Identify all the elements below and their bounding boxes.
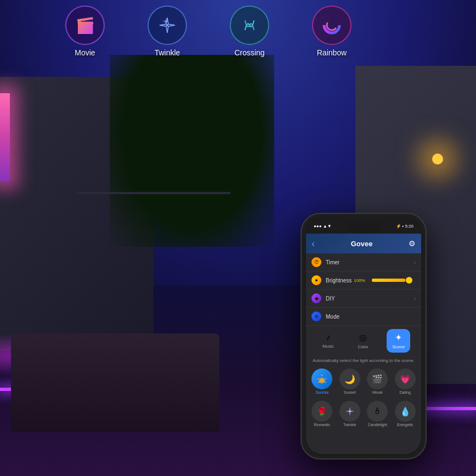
- rainbow-icon-circle: [312, 5, 352, 45]
- twinkle-label: Twinkle: [155, 48, 180, 57]
- nav-title: Govee: [351, 240, 373, 248]
- nav-settings-button[interactable]: ⚙: [409, 239, 416, 248]
- timer-chevron-icon: ›: [414, 259, 416, 265]
- scene-sunset[interactable]: 🌙 Sunset: [337, 369, 363, 394]
- tab-scene[interactable]: ✦ Scene: [387, 329, 410, 353]
- status-time-battery: ⚡ ▪ 5:20: [396, 224, 413, 229]
- dating-icon: 💗: [395, 369, 416, 389]
- crossing-label: Crossing: [234, 48, 264, 57]
- icon-item-crossing[interactable]: Crossing: [230, 5, 269, 57]
- twinkle-scene-icon: [339, 401, 360, 422]
- rainbow-label: Rainbow: [317, 48, 347, 57]
- scene-movie-icon: 🎬: [367, 369, 388, 389]
- color-tab-label: Color: [358, 344, 369, 349]
- music-tab-icon: ♪: [326, 332, 330, 342]
- music-tab-label: Music: [322, 344, 334, 349]
- phone-wrapper: ●●● ▲▼ ⚡ ▪ 5:20 ‹ Govee ⚙ ⏱ Timer: [301, 213, 427, 460]
- sunset-label: Sunset: [344, 390, 356, 394]
- nav-bar: ‹ Govee ⚙: [306, 234, 421, 253]
- brightness-slider[interactable]: [369, 279, 412, 282]
- energetic-label: Energetic: [397, 423, 413, 427]
- mode-menu-item[interactable]: ≡ Mode: [306, 308, 421, 326]
- scene-sunrise[interactable]: Sunrise: [309, 369, 335, 394]
- scene-candlelight[interactable]: 🕯 Candlelight: [365, 401, 390, 427]
- icon-item-rainbow[interactable]: Rainbow: [312, 5, 352, 57]
- movie-icon-circle: 🎬: [65, 5, 105, 45]
- status-signal: ●●● ▲▼: [314, 224, 332, 229]
- diy-label: DIY: [326, 296, 414, 302]
- color-tab-icon: ◎: [359, 332, 367, 343]
- nav-back-button[interactable]: ‹: [311, 238, 315, 250]
- mode-tabs: ♪ Music ◎ Color ✦ Scene: [306, 326, 421, 356]
- icon-item-movie[interactable]: 🎬 Movie: [65, 5, 105, 57]
- icon-item-twinkle[interactable]: Twinkle: [148, 5, 187, 57]
- wall-light-right: [432, 154, 443, 165]
- mode-label: Mode: [326, 314, 416, 320]
- status-time: 5:20: [405, 224, 413, 229]
- candlelight-label: Candlelight: [368, 423, 387, 427]
- romantic-icon: 🌹: [311, 401, 332, 422]
- window-glow-pink: [0, 93, 10, 181]
- status-notch: [347, 223, 380, 233]
- candlelight-icon: 🕯: [367, 401, 388, 422]
- scene-twinkle[interactable]: Twinkle: [337, 401, 363, 427]
- tab-color[interactable]: ◎ Color: [353, 329, 374, 353]
- mode-icon: ≡: [311, 311, 321, 321]
- phone-screen: ●●● ▲▼ ⚡ ▪ 5:20 ‹ Govee ⚙ ⏱ Timer: [306, 218, 421, 454]
- brightness-icon: ●: [311, 275, 321, 285]
- scene-dating[interactable]: 💗 Dating: [393, 369, 418, 394]
- romantic-label: Romantic: [314, 423, 330, 427]
- content-area: ⏱ Timer › ● Brightness 100%: [306, 253, 421, 454]
- sofa-area: [11, 333, 219, 432]
- status-bar: ●●● ▲▼ ⚡ ▪ 5:20: [306, 218, 421, 234]
- sunset-icon: 🌙: [339, 369, 360, 389]
- svg-point-2: [327, 20, 337, 30]
- energetic-icon: 💧: [395, 401, 416, 422]
- timer-label: Timer: [326, 259, 414, 265]
- brightness-menu-item[interactable]: ● Brightness 100%: [306, 271, 421, 290]
- brightness-value: 100%: [354, 278, 365, 283]
- diy-chevron-icon: ›: [414, 296, 416, 302]
- battery-icon: ▪: [403, 224, 404, 229]
- pergola: [77, 192, 230, 274]
- brightness-label: Brightness: [326, 277, 352, 284]
- tab-music[interactable]: ♪ Music: [317, 329, 339, 353]
- phone-outer: ●●● ▲▼ ⚡ ▪ 5:20 ‹ Govee ⚙ ⏱ Timer: [301, 213, 427, 460]
- twinkle-icon-circle: [148, 5, 187, 45]
- scene-tab-label: Scene: [392, 344, 405, 349]
- diy-icon: ◈: [311, 293, 321, 303]
- top-icons-row: 🎬 Movie Twinkle Crossing: [44, 5, 373, 57]
- diy-menu-item[interactable]: ◈ DIY ›: [306, 290, 421, 308]
- crossing-icon-circle: [230, 5, 269, 45]
- sunrise-icon: [311, 369, 332, 389]
- scene-energetic[interactable]: 💧 Energetic: [393, 401, 418, 427]
- scenes-row-2: 🌹 Romantic Twinkle 🕯 Candlelight: [306, 398, 421, 430]
- scene-tab-icon: ✦: [395, 332, 402, 343]
- scene-romantic[interactable]: 🌹 Romantic: [309, 401, 335, 427]
- bluetooth-icon: ⚡: [396, 224, 401, 229]
- twinkle-scene-label: Twinkle: [343, 423, 356, 427]
- movie-label: Movie: [75, 48, 95, 57]
- scenes-row-1: Sunrise 🌙 Sunset 🎬 Movie 💗 Dating: [306, 365, 421, 398]
- sunrise-label: Sunrise: [315, 390, 328, 394]
- scene-subtitle: Automatically select the light according…: [306, 356, 421, 365]
- svg-point-0: [166, 24, 168, 26]
- scene-movie-label: Movie: [372, 390, 383, 394]
- timer-menu-item[interactable]: ⏱ Timer ›: [306, 253, 421, 271]
- scene-movie[interactable]: 🎬 Movie: [365, 369, 390, 394]
- dating-label: Dating: [400, 390, 411, 394]
- timer-icon: ⏱: [311, 257, 321, 267]
